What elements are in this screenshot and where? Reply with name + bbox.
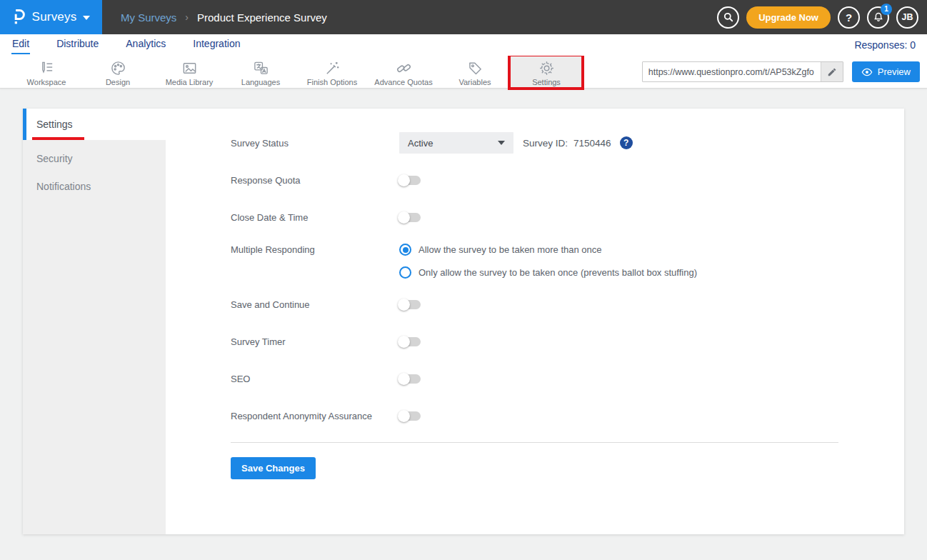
close-date-label: Close Date & Time [231,212,399,223]
product-switcher-label: Surveys [32,10,77,24]
upgrade-now-button[interactable]: Upgrade Now [746,6,831,29]
multiple-responding-label: Multiple Responding [231,244,399,255]
toggle-knob [398,174,410,186]
toolbar-item-label: Settings [532,78,561,86]
questionpro-logo-icon [12,9,26,26]
survey-id-help-icon[interactable]: ? [620,136,633,149]
survey-id-label: Survey ID: [523,138,568,149]
anonymity-row: Respondent Anonymity Assurance [231,405,904,426]
close-date-toggle[interactable] [399,213,421,222]
settings-sidebar: Settings Security Notifications [23,109,166,534]
toolbar-item-advance-quotas[interactable]: Advance Quotas [368,56,439,88]
survey-status-value: Active [408,138,433,149]
save-continue-toggle[interactable] [399,300,421,309]
toolbar-item-finish-options[interactable]: Finish Options [296,56,368,88]
radio-selected-icon[interactable] [399,244,411,256]
radio-option-multiple[interactable]: Allow the survey to be taken more than o… [399,244,697,256]
save-continue-row: Save and Continue [231,294,904,315]
variables-tag-icon [467,60,483,76]
seo-toggle[interactable] [399,374,421,384]
toolbar-item-design[interactable]: Design [82,56,154,88]
help-icon[interactable]: ? [838,6,860,29]
breadcrumb: My Surveys › Product Experience Survey [121,11,327,24]
form-divider [231,442,838,443]
toolbar-item-media-library[interactable]: Media Library [154,56,225,88]
survey-status-row: Survey Status Active Survey ID: 7150446 … [231,132,904,154]
survey-subnav: Edit Distribute Analytics Integration Re… [0,34,927,56]
survey-id-group: Survey ID: 7150446 ? [523,136,633,149]
save-changes-button[interactable]: Save Changes [231,457,316,479]
sidebar-item-settings[interactable]: Settings [23,109,166,140]
settings-form: Survey Status Active Survey ID: 7150446 … [231,109,904,534]
tab-distribute[interactable]: Distribute [56,36,99,54]
sidebar-item-label: Security [36,153,73,164]
survey-id-value: 7150446 [573,138,611,149]
toolbar-item-label: Media Library [166,78,214,86]
preview-label: Preview [878,66,911,77]
sidebar-panel: Security Notifications [23,140,166,534]
workspace-icon [39,60,55,76]
edit-url-pencil-icon[interactable] [821,62,843,81]
header-actions: Upgrade Now ? 1 JB [717,6,918,29]
survey-url-group: Preview [642,56,920,88]
design-palette-icon [110,60,126,76]
top-header: Surveys My Surveys › Product Experience … [0,0,927,34]
advance-quotas-link-icon [396,60,412,76]
languages-icon [253,60,269,76]
chevron-down-icon [83,16,90,20]
toggle-knob [398,336,410,348]
toolbar-item-label: Finish Options [307,78,357,86]
seo-row: SEO [231,368,904,389]
edit-toolbar: Workspace Design Media Library [0,56,927,89]
sidebar-item-security[interactable]: Security [23,144,166,172]
close-date-row: Close Date & Time [231,206,904,228]
settings-card: Settings Security Notifications Survey S… [23,109,904,534]
toolbar-item-label: Advance Quotas [374,78,432,86]
toolbar-item-label: Design [106,78,130,86]
survey-timer-row: Survey Timer [231,331,904,352]
breadcrumb-survey-title: Product Experience Survey [197,11,327,24]
toggle-knob [398,211,410,224]
app-logo-menu[interactable]: Surveys [0,0,102,34]
finish-options-wand-icon [324,60,341,76]
toggle-knob [398,373,410,385]
breadcrumb-my-surveys[interactable]: My Surveys [121,11,176,24]
survey-timer-label: Survey Timer [231,336,399,347]
avatar[interactable]: JB [896,6,918,29]
toggle-knob [398,410,410,422]
survey-status-label: Survey Status [231,138,399,149]
toolbar-item-label: Variables [459,78,491,86]
response-quota-label: Response Quota [231,175,399,186]
tab-edit[interactable]: Edit [11,36,30,54]
notification-badge: 1 [881,4,892,15]
anonymity-toggle[interactable] [399,411,421,421]
multiple-responding-options: Allow the survey to be taken more than o… [399,244,697,279]
multiple-responding-row: Multiple Responding Allow the survey to … [231,244,904,279]
toolbar-item-variables[interactable]: Variables [439,56,511,88]
survey-status-dropdown[interactable]: Active [399,132,513,154]
response-quota-toggle[interactable] [399,176,421,185]
toolbar-item-settings[interactable]: Settings [511,56,582,88]
radio-unselected-icon[interactable] [399,266,411,279]
survey-url-input[interactable] [643,62,821,81]
preview-button[interactable]: Preview [852,61,920,82]
radio-option-label: Allow the survey to be taken more than o… [419,244,602,255]
responses-count[interactable]: Responses: 0 [854,39,916,51]
eye-icon [861,68,873,76]
toggle-knob [398,299,410,311]
tab-analytics[interactable]: Analytics [125,36,166,54]
sidebar-item-label: Notifications [36,181,91,192]
chevron-down-icon [498,141,505,145]
toolbar-item-label: Languages [241,78,280,86]
tab-integration[interactable]: Integration [192,36,241,54]
seo-label: SEO [231,374,399,384]
search-icon[interactable] [717,6,739,29]
toolbar-item-languages[interactable]: Languages [225,56,296,88]
sidebar-item-notifications[interactable]: Notifications [23,172,166,200]
notifications-bell-icon[interactable]: 1 [867,6,889,29]
save-continue-label: Save and Continue [231,299,399,310]
radio-option-once[interactable]: Only allow the survey to be taken once (… [399,266,697,279]
survey-timer-toggle[interactable] [399,337,421,346]
toolbar-item-workspace[interactable]: Workspace [11,56,82,88]
anonymity-label: Respondent Anonymity Assurance [231,411,399,421]
